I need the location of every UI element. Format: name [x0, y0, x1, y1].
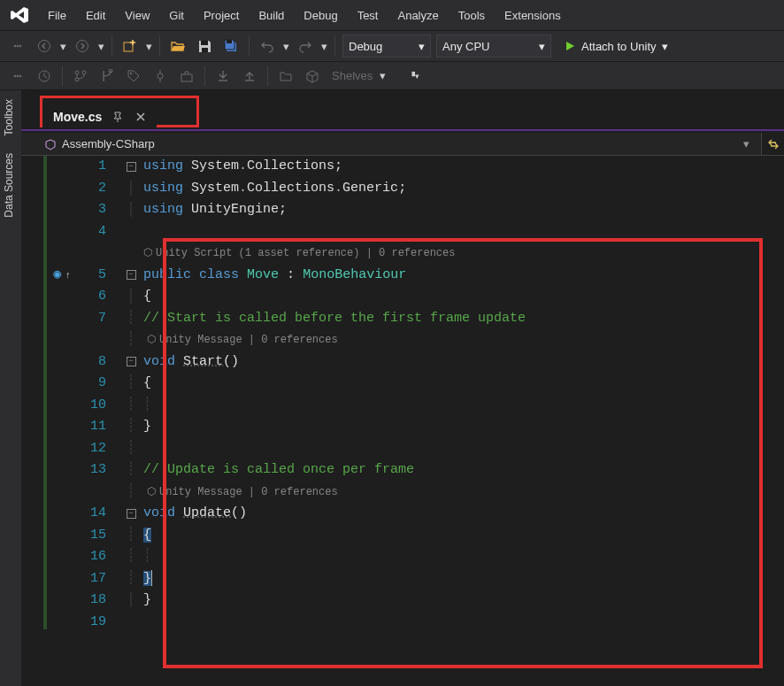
svg-point-1 [17, 45, 19, 48]
chevron-down-icon: ▾ [146, 40, 152, 53]
svg-rect-6 [201, 41, 208, 45]
menu-edit[interactable]: Edit [77, 4, 114, 27]
svg-point-11 [19, 74, 22, 77]
save-button[interactable] [194, 35, 215, 57]
separator [249, 36, 250, 56]
svg-point-18 [158, 73, 163, 79]
play-icon [564, 40, 576, 52]
tag-icon[interactable] [123, 66, 144, 87]
menu-git[interactable]: Git [160, 4, 193, 27]
toolbox-tab[interactable]: Toolbox [0, 90, 21, 144]
svg-point-4 [77, 41, 88, 52]
pull-icon[interactable] [212, 66, 234, 87]
project-icon [44, 138, 58, 150]
cube-icon: ⬡ [143, 243, 152, 265]
main-toolbar: ▾ ▾ ▾ ▾ ▾ Debug ▾ Any CPU ▾ Attach to Un… [0, 30, 784, 62]
branch-icon[interactable] [70, 66, 91, 87]
menu-view[interactable]: View [116, 4, 158, 27]
menu-bar: File Edit View Git Project Build Debug T… [0, 0, 784, 30]
svg-rect-5 [124, 42, 133, 51]
fold-icon[interactable]: − [127, 357, 136, 366]
tab-filename: Move.cs [53, 110, 102, 124]
save-all-button[interactable] [220, 35, 242, 57]
change-indicator [43, 156, 47, 629]
fold-icon[interactable]: − [127, 270, 136, 280]
menu-test[interactable]: Test [349, 4, 388, 27]
menu-build[interactable]: Build [250, 4, 293, 27]
menu-file[interactable]: File [39, 4, 75, 27]
svg-point-3 [39, 41, 50, 52]
open-button[interactable] [167, 35, 188, 57]
svg-point-14 [75, 78, 79, 81]
menu-tools[interactable]: Tools [450, 4, 494, 27]
cube-icon: ⬡ [147, 482, 156, 504]
config-dropdown[interactable]: Debug ▾ [342, 35, 431, 58]
side-tab-strip: Toolbox Data Sources [0, 90, 21, 686]
push-icon[interactable] [239, 66, 260, 87]
close-icon[interactable] [134, 110, 148, 124]
vs-logo-icon [7, 3, 32, 27]
menu-extensions[interactable]: Extensions [496, 4, 570, 27]
chevron-down-icon[interactable]: ▾ [743, 137, 756, 150]
separator [111, 36, 112, 56]
separator [267, 66, 268, 86]
fold-icon[interactable]: − [127, 509, 136, 519]
run-button[interactable]: Attach to Unity ▾ [557, 35, 675, 58]
svg-point-0 [14, 45, 17, 48]
folder-icon[interactable] [275, 66, 296, 87]
run-label: Attach to Unity [581, 40, 657, 53]
separator [159, 36, 160, 56]
project-dropdown[interactable]: Assembly-CSharp [62, 137, 155, 150]
swap-icon[interactable] [761, 133, 784, 155]
toolbar-overflow-icon[interactable] [7, 35, 28, 57]
menu-analyze[interactable]: Analyze [388, 4, 447, 27]
chevron-down-icon: ▾ [283, 40, 289, 53]
highlight-box [163, 238, 763, 668]
config-value: Debug [349, 40, 396, 53]
secondary-toolbar: Shelves ▾ ▝▾ [0, 62, 784, 90]
separator [334, 36, 335, 56]
svg-point-9 [14, 74, 17, 77]
chevron-down-icon: ▾ [321, 40, 327, 53]
platform-value: Any CPU [442, 40, 503, 53]
separator [62, 66, 63, 86]
chevron-down-icon: ▾ [539, 40, 545, 53]
nav-back-button[interactable] [34, 35, 55, 57]
box-icon[interactable] [302, 66, 323, 87]
chevron-down-icon: ▾ [380, 69, 386, 82]
document-tab[interactable]: Move.cs [42, 103, 157, 129]
shelves-label[interactable]: Shelves [332, 69, 373, 82]
commit-icon[interactable] [150, 66, 171, 87]
fold-icon[interactable]: − [127, 162, 136, 172]
menu-debug[interactable]: Debug [295, 4, 346, 27]
platform-dropdown[interactable]: Any CPU ▾ [436, 35, 551, 58]
chevron-down-icon: ▾ [419, 40, 425, 53]
pin-icon[interactable] [111, 110, 125, 124]
toolbar-overflow-icon[interactable] [7, 66, 28, 87]
chevron-down-icon: ▾ [98, 40, 104, 53]
svg-point-2 [19, 45, 22, 48]
tab-well: Move.cs [21, 99, 784, 129]
nav-bar: Assembly-CSharp ▾ [21, 133, 784, 156]
nav-forward-button[interactable] [72, 35, 93, 57]
svg-rect-19 [181, 74, 192, 81]
cube-icon: ⬡ [147, 329, 156, 351]
menu-project[interactable]: Project [195, 4, 248, 27]
svg-rect-7 [202, 48, 208, 52]
svg-point-17 [130, 72, 132, 73]
svg-rect-8 [227, 40, 232, 43]
small-dropdown-icon[interactable]: ▝▾ [409, 72, 419, 81]
up-icon[interactable]: ↑ [65, 265, 71, 287]
redo-button[interactable] [295, 35, 316, 57]
stash-icon[interactable] [176, 66, 197, 87]
undo-button[interactable] [257, 35, 278, 57]
implement-icon[interactable]: ◉ [53, 265, 61, 287]
editor-area: Move.cs Assembly-CSharp ▾ 1−using System… [21, 90, 784, 686]
history-icon[interactable] [34, 66, 55, 87]
svg-point-10 [17, 74, 19, 77]
data-sources-tab[interactable]: Data Sources [0, 144, 21, 227]
new-item-button[interactable] [119, 35, 141, 57]
chevron-down-icon: ▾ [60, 40, 66, 53]
merge-icon[interactable] [96, 66, 118, 87]
chevron-down-icon: ▾ [662, 40, 668, 53]
